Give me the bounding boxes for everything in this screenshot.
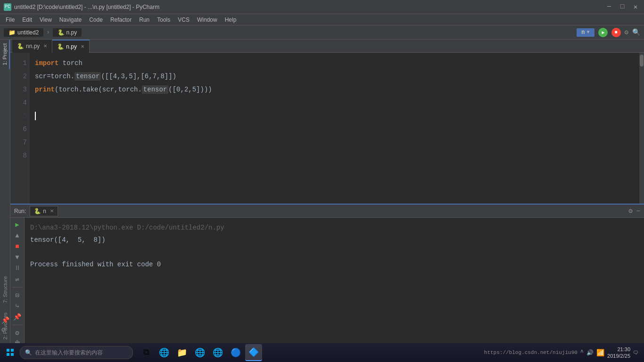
tray-network-icon[interactable]: 📶 (596, 349, 604, 357)
project-icon: 📁 (8, 29, 16, 36)
chrome-icon: 🔵 (231, 347, 241, 358)
taskbar-app-chrome[interactable]: 🔵 (227, 344, 244, 361)
run-tab-close[interactable]: ✕ (50, 208, 54, 214)
maximize-button[interactable]: □ (618, 3, 627, 11)
taskbar-app-edge[interactable]: 🌐 (156, 344, 173, 361)
windows-taskbar: 🔍 在这里输入你要搜索的内容 ⧉ 🌐 📁 🌐 🌐 🔵 (0, 343, 644, 362)
browser2-icon: 🌐 (213, 347, 223, 358)
taskbar-app-browser2[interactable]: 🌐 (209, 344, 226, 361)
menu-view[interactable]: View (36, 16, 56, 24)
code-line-6 (35, 123, 634, 136)
tab-n-py-icon: 🐍 (57, 43, 64, 50)
file-icon: 🐍 (58, 29, 65, 36)
menu-navigate[interactable]: Navigate (56, 16, 85, 24)
scroll-down-button[interactable]: ▼ (12, 253, 23, 261)
window-title: untitled2 [D:\code\untitled2] - ...\n.py… (14, 4, 159, 10)
menu-tools[interactable]: Tools (153, 16, 174, 24)
edge-icon: 🌐 (159, 347, 169, 358)
close-button[interactable]: ✕ (631, 3, 640, 11)
left-sidebar: 1: Project 7: Structure 2: Favorites 📌 ⚙ (0, 40, 10, 362)
run-tab-n[interactable]: 🐍 n ✕ (30, 206, 58, 216)
run-panel-header: Run: 🐍 n ✕ ⚙ − (10, 204, 644, 218)
ie-icon: 🌐 (195, 347, 205, 358)
stop-process-button[interactable]: ■ (12, 242, 23, 250)
notification-center-icon[interactable]: 🗨 (633, 350, 638, 356)
menu-run[interactable]: Run (135, 16, 153, 24)
dropdown-icon: ▼ (587, 30, 590, 35)
menu-file[interactable]: File (2, 16, 18, 24)
explorer-icon: 📁 (177, 347, 187, 358)
minimize-button[interactable]: ─ (604, 3, 614, 11)
main-area: 1: Project 7: Structure 2: Favorites 📌 ⚙… (0, 40, 644, 362)
tab-n-py[interactable]: 🐍 n.py ✕ (52, 40, 90, 53)
editor-scrollbar[interactable] (639, 53, 644, 204)
run-again-button[interactable]: ▶ (12, 221, 23, 229)
file-tabs: 🐍 nn.py ✕ 🐍 n.py ✕ (10, 40, 644, 53)
code-editor[interactable]: 1 2 3 4 5 6 7 8 import torch scr=torch.t… (10, 53, 644, 204)
system-clock[interactable]: 21:30 2019/2/25 (607, 346, 630, 360)
run-toolbar: ▶ ▲ ■ ▼ ⏸ ⇌ ⊟ ⤷ 📌 ⚙ 🗑 (10, 218, 25, 351)
sidebar-item-structure[interactable]: 7: Structure (1, 272, 9, 307)
run-output-text: D:\ana3-2018.12\python.exe D:/code/untit… (25, 218, 644, 351)
settings-button[interactable]: ⚙ (12, 329, 23, 337)
menu-help[interactable]: Help (221, 16, 240, 24)
start-button[interactable] (2, 344, 19, 361)
search-icon[interactable]: 🔍 (632, 28, 640, 36)
soft-wrap-button[interactable]: ⤷ (12, 302, 23, 310)
stop-icon: ■ (615, 30, 618, 35)
menu-refactor[interactable]: Refactor (107, 16, 135, 24)
menu-window[interactable]: Window (193, 16, 221, 24)
tab-n-py-close[interactable]: ✕ (81, 44, 84, 49)
tray-expand-icon[interactable]: ^ (580, 349, 584, 356)
run-minimize-button[interactable]: − (636, 207, 640, 215)
project-breadcrumb[interactable]: 📁 untitled2 (4, 28, 43, 37)
run-config-selector[interactable]: n ▼ (577, 28, 594, 37)
taskbar-app-pycharm[interactable]: 🔷 (245, 344, 262, 361)
pin-icon[interactable]: 📌 (1, 316, 9, 324)
sidebar-item-project[interactable]: 1: Project (0, 40, 10, 69)
scroll-up-button[interactable]: ▲ (12, 231, 23, 239)
code-content[interactable]: import torch scr=torch.tensor([[4,3,5],[… (29, 53, 639, 204)
windows-search-placeholder: 在这里输入你要搜索的内容 (35, 349, 103, 357)
gear-icon[interactable]: ⚙ (625, 28, 628, 36)
run-section: Run: 🐍 n ✕ ⚙ − ▶ ▲ (10, 204, 644, 351)
windows-search-icon: 🔍 (25, 349, 32, 356)
stop-button[interactable]: ■ (611, 28, 621, 37)
file-breadcrumb[interactable]: 🐍 n.py (53, 28, 82, 37)
run-settings-button[interactable]: ⚙ (628, 207, 632, 215)
toolbar-divider (12, 287, 23, 288)
pin-output-button[interactable]: 📌 (12, 313, 23, 321)
taskbar-apps: ⧉ 🌐 📁 🌐 🌐 🔵 🔷 (138, 344, 262, 361)
windows-search[interactable]: 🔍 在这里输入你要搜索的内容 (20, 346, 133, 359)
editor-section: 🐍 nn.py ✕ 🐍 n.py ✕ 1 2 3 (10, 40, 644, 362)
run-output: ▶ ▲ ■ ▼ ⏸ ⇌ ⊟ ⤷ 📌 ⚙ 🗑 (10, 218, 644, 351)
tab-nn-py-label: nn.py (26, 43, 40, 49)
output-line-cmd: D:\ana3-2018.12\python.exe D:/code/untit… (30, 222, 638, 234)
output-line-blank (30, 246, 638, 258)
run-tab-icon: 🐍 (34, 208, 41, 214)
menu-vcs[interactable]: VCS (174, 16, 193, 24)
path-separator: › (46, 29, 50, 36)
tab-nn-py[interactable]: 🐍 nn.py ✕ (12, 40, 52, 53)
system-tray: https://blog.csdn.net/niujiu90 ^ 🔊 📶 21:… (484, 346, 642, 360)
taskbar-app-explorer[interactable]: 📁 (173, 344, 190, 361)
split-button[interactable]: ⊟ (12, 291, 23, 299)
run-button[interactable]: ▶ (598, 28, 608, 37)
output-line-success: Process finished with exit code 0 (30, 258, 638, 271)
wrap-lines-button[interactable]: ⇌ (12, 275, 23, 283)
run-config-name: n (581, 29, 585, 36)
tab-nn-py-close[interactable]: ✕ (43, 43, 47, 49)
settings-icon-left[interactable]: ⚙ (1, 326, 5, 334)
clock-time: 21:30 (607, 346, 630, 353)
tray-url: https://blog.csdn.net/niujiu90 (484, 350, 578, 355)
taskbar-app-multitask[interactable]: ⧉ (138, 344, 155, 361)
menu-code[interactable]: Code (85, 16, 107, 24)
taskbar-app-ie[interactable]: 🌐 (191, 344, 208, 361)
pause-button[interactable]: ⏸ (12, 264, 23, 272)
multitask-icon: ⧉ (143, 348, 149, 357)
menu-edit[interactable]: Edit (18, 16, 36, 24)
menu-bar: File Edit View Navigate Code Refactor Ru… (0, 14, 644, 25)
code-line-4 (35, 96, 634, 109)
tray-sound-icon[interactable]: 🔊 (586, 349, 594, 356)
window-controls: ─ □ ✕ (604, 3, 640, 11)
